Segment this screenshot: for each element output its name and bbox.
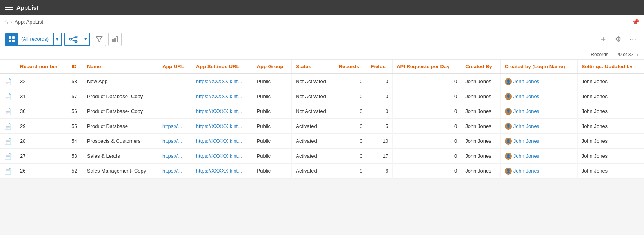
row-name: Product Database- Copy	[83, 104, 158, 119]
col-header-record-number[interactable]: Record number	[16, 60, 67, 74]
view-dropdown-arrow[interactable]: ▾	[53, 33, 61, 45]
record-number: 29	[16, 119, 67, 134]
updated-by-cell: John Jones	[577, 104, 644, 119]
created-by-cell: John Jones	[461, 149, 500, 164]
share-dropdown-arrow[interactable]: ▾	[82, 33, 89, 45]
app-settings-url-cell[interactable]: https://XXXXX.kint...	[192, 149, 253, 164]
login-name-cell[interactable]: 👤 John Jones	[500, 119, 577, 134]
row-icon: 📄	[0, 89, 16, 104]
status-cell: Not Activated	[292, 74, 335, 89]
login-name-cell[interactable]: 👤 John Jones	[500, 89, 577, 104]
app-settings-url-cell[interactable]: https://XXXXX.kint...	[192, 74, 253, 89]
row-name: Sales Management- Copy	[83, 164, 158, 179]
view-label: (All records)	[18, 36, 53, 42]
app-url-cell[interactable]: https://...	[158, 119, 192, 134]
row-id: 56	[67, 104, 83, 119]
pin-icon[interactable]: 📌	[632, 18, 639, 26]
col-header-status[interactable]: Status	[292, 60, 335, 74]
app-url-cell[interactable]: https://...	[158, 134, 192, 149]
settings-button[interactable]: ⚙	[612, 33, 624, 46]
record-number: 30	[16, 104, 67, 119]
updated-by-cell: John Jones	[577, 149, 644, 164]
col-header-api-requests[interactable]: API Requests per Day	[393, 60, 461, 74]
record-number: 31	[16, 89, 67, 104]
row-id: 57	[67, 89, 83, 104]
updated-by-cell: John Jones	[577, 134, 644, 149]
svg-point-5	[75, 36, 77, 38]
records-cell: 0	[335, 149, 367, 164]
row-icon: 📄	[0, 119, 16, 134]
col-header-id[interactable]: ID	[67, 60, 83, 74]
records-cell: 0	[335, 104, 367, 119]
svg-rect-12	[116, 37, 117, 42]
svg-point-6	[75, 40, 77, 42]
col-header-records[interactable]: Records	[335, 60, 367, 74]
fields-cell: 6	[367, 164, 393, 179]
app-settings-url-cell[interactable]: https://XXXXX.kint...	[192, 89, 253, 104]
table-container: Record number ID Name App URL App Settin…	[0, 60, 644, 179]
records-cell: 0	[335, 119, 367, 134]
col-header-app-settings-url[interactable]: App Settings URL	[192, 60, 253, 74]
fields-cell: 0	[367, 89, 393, 104]
app-settings-url-cell[interactable]: https://XXXXX.kint...	[192, 164, 253, 179]
app-settings-url-cell[interactable]: https://XXXXX.kint...	[192, 134, 253, 149]
app-settings-url-cell[interactable]: https://XXXXX.kint...	[192, 104, 253, 119]
home-icon[interactable]: ⌂	[5, 18, 8, 25]
col-header-created-by[interactable]: Created By	[461, 60, 500, 74]
login-name-cell[interactable]: 👤 John Jones	[500, 164, 577, 179]
col-header-name[interactable]: Name	[83, 60, 158, 74]
app-url-cell	[158, 104, 192, 119]
record-number: 32	[16, 74, 67, 89]
row-name: New App	[83, 74, 158, 89]
svg-marker-9	[96, 37, 102, 42]
app-group-cell: Public	[253, 119, 292, 134]
view-selector[interactable]: (All records) ▾	[5, 33, 62, 46]
status-cell: Activated	[292, 134, 335, 149]
row-name: Product Database	[83, 119, 158, 134]
row-id: 53	[67, 149, 83, 164]
created-by-cell: John Jones	[461, 89, 500, 104]
app-url-cell	[158, 89, 192, 104]
app-settings-url-cell[interactable]: https://XXXXX.kint...	[192, 119, 253, 134]
api-requests-cell: 0	[393, 149, 461, 164]
updated-by-cell: John Jones	[577, 74, 644, 89]
login-name-cell[interactable]: 👤 John Jones	[500, 149, 577, 164]
status-cell: Activated	[292, 149, 335, 164]
fields-cell: 5	[367, 119, 393, 134]
col-header-updated-by[interactable]: Settings: Updated by	[577, 60, 644, 74]
app-url-cell[interactable]: https://...	[158, 164, 192, 179]
table-row: 📄 31 57 Product Database- Copy https://X…	[0, 89, 644, 104]
col-header-login-name[interactable]: Created by (Login Name)	[500, 60, 577, 74]
login-name-cell[interactable]: 👤 John Jones	[500, 104, 577, 119]
created-by-cell: John Jones	[461, 134, 500, 149]
created-by-cell: John Jones	[461, 74, 500, 89]
col-header-app-url[interactable]: App URL	[158, 60, 192, 74]
share-button[interactable]: ▾	[64, 33, 90, 46]
updated-by-cell: John Jones	[577, 89, 644, 104]
chart-button[interactable]	[108, 33, 122, 46]
col-header-fields[interactable]: Fields	[367, 60, 393, 74]
login-name-cell[interactable]: 👤 John Jones	[500, 134, 577, 149]
row-id: 52	[67, 164, 83, 179]
created-by-cell: John Jones	[461, 104, 500, 119]
row-id: 54	[67, 134, 83, 149]
record-number: 27	[16, 149, 67, 164]
app-group-cell: Public	[253, 164, 292, 179]
app-url-cell[interactable]: https://...	[158, 149, 192, 164]
svg-rect-2	[9, 40, 11, 42]
breadcrumb-bar: ⌂ › App: AppList 📌	[0, 15, 644, 29]
next-page-arrow[interactable]: ›	[637, 51, 639, 58]
record-number: 26	[16, 164, 67, 179]
svg-rect-10	[112, 40, 113, 42]
login-name-cell[interactable]: 👤 John Jones	[500, 74, 577, 89]
add-button[interactable]: +	[597, 33, 609, 46]
api-requests-cell: 0	[393, 119, 461, 134]
col-header-app-group[interactable]: App Group	[253, 60, 292, 74]
row-icon: 📄	[0, 149, 16, 164]
hamburger-menu[interactable]	[5, 5, 13, 10]
svg-rect-3	[12, 40, 15, 42]
updated-by-cell: John Jones	[577, 164, 644, 179]
more-button[interactable]: ···	[627, 33, 639, 46]
filter-button[interactable]	[93, 33, 106, 46]
table-row: 📄 29 55 Product Database https://... htt…	[0, 119, 644, 134]
